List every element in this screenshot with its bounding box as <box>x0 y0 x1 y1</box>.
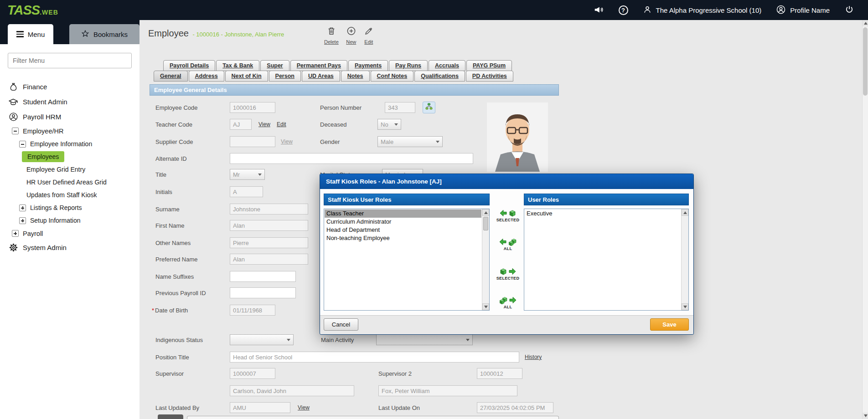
tab-accruals[interactable]: Accruals <box>429 60 465 71</box>
tab-tax-bank[interactable]: Tax & Bank <box>216 60 259 71</box>
preferred-name-input[interactable] <box>230 254 308 265</box>
save-button[interactable]: Save <box>650 318 689 331</box>
gender-select[interactable]: Male <box>377 136 443 147</box>
tab-pay-runs[interactable]: Pay Runs <box>389 60 428 71</box>
last-updated-by-input[interactable] <box>230 402 290 413</box>
tab-payments[interactable]: Payments <box>348 60 388 71</box>
first-name-input[interactable] <box>230 220 308 231</box>
list-item[interactable]: Head of Department <box>325 226 481 234</box>
tab-ud-areas[interactable]: UD Areas <box>302 71 340 82</box>
cancel-button[interactable]: Cancel <box>324 318 358 331</box>
expand-icon[interactable] <box>12 230 19 237</box>
list-item[interactable]: Curriculum Administrator <box>325 218 481 226</box>
scroll-up-button[interactable] <box>863 20 868 26</box>
move-all-right-button[interactable]: ALL <box>494 296 522 309</box>
alternate-id-input[interactable] <box>230 153 473 164</box>
new-button[interactable]: New <box>346 26 356 45</box>
expand-icon[interactable] <box>19 204 26 211</box>
filter-menu-input[interactable] <box>8 53 132 68</box>
indigenous-status-select[interactable] <box>230 334 294 345</box>
profile-menu[interactable]: Profile Name <box>776 5 830 16</box>
main-activity-select[interactable] <box>376 334 473 345</box>
scrollbar-thumb[interactable] <box>863 27 868 96</box>
tab-payg-psum[interactable]: PAYG PSum <box>466 60 512 71</box>
teacher-code-input[interactable] <box>230 119 252 130</box>
previous-payroll-id-input[interactable] <box>230 287 296 298</box>
last-update-on-input[interactable] <box>477 402 553 413</box>
tab-payroll-details[interactable]: Payroll Details <box>163 60 215 71</box>
move-selected-left-button[interactable]: SELECTED <box>494 209 522 222</box>
announcements-button[interactable] <box>593 5 604 16</box>
scroll-up-button[interactable] <box>482 209 489 216</box>
list-item[interactable]: Non-teaching Employee <box>325 234 481 242</box>
school-selector[interactable]: The Alpha Progressive School (10) <box>643 5 762 15</box>
scroll-down-button[interactable] <box>863 413 868 419</box>
supervisor2-input[interactable] <box>477 368 522 379</box>
sidebar-item-listings-reports[interactable]: Listings & Reports <box>0 201 140 214</box>
tab-menu[interactable]: Menu <box>8 24 53 44</box>
list-item[interactable]: Class Teacher <box>325 210 481 218</box>
tab-address[interactable]: Address <box>189 71 224 82</box>
help-button[interactable]: ? <box>619 5 628 15</box>
partial-bottom-tab[interactable] <box>158 414 183 419</box>
date-of-birth-input[interactable] <box>230 305 275 316</box>
move-all-left-button[interactable]: ALL <box>494 238 522 251</box>
logout-button[interactable] <box>844 5 854 16</box>
tab-notes[interactable]: Notes <box>341 71 370 82</box>
staff-kiosk-roles-list[interactable]: Class Teacher Curriculum Administrator H… <box>324 209 490 311</box>
sidebar-item-hr-user-defined-areas-grid[interactable]: HR User Defined Areas Grid <box>0 176 140 189</box>
tab-permanent-pays[interactable]: Permanent Pays <box>290 60 347 71</box>
scroll-up-button[interactable] <box>682 209 688 216</box>
expand-icon[interactable] <box>19 217 26 224</box>
sidebar-item-employees[interactable]: Employees <box>0 150 140 163</box>
sidebar-item-employee-hr[interactable]: Employee/HR <box>0 124 140 138</box>
scrollbar-thumb[interactable] <box>483 217 488 230</box>
initials-input[interactable] <box>230 186 263 197</box>
tab-super[interactable]: Super <box>260 60 289 71</box>
move-selected-right-button[interactable]: SELECTED <box>494 267 522 281</box>
supplier-code-input[interactable] <box>230 136 275 147</box>
teacher-code-view-link[interactable]: View <box>258 121 270 128</box>
left-list-scrollbar[interactable] <box>482 209 489 310</box>
edit-button[interactable]: Edit <box>364 26 374 45</box>
person-lookup-button[interactable] <box>423 102 435 113</box>
scroll-down-button[interactable] <box>482 303 489 310</box>
last-updated-by-view-link[interactable]: View <box>298 404 310 411</box>
sidebar-item-updates-from-staff-kiosk[interactable]: Updates from Staff Kiosk <box>0 189 140 201</box>
sidebar-item-finance[interactable]: Finance <box>0 79 140 94</box>
teacher-code-edit-link[interactable]: Edit <box>277 121 286 128</box>
sidebar-item-employee-information[interactable]: Employee Information <box>0 138 140 150</box>
employee-code-input[interactable] <box>230 102 275 113</box>
sidebar-item-student-admin[interactable]: Student Admin <box>0 94 140 109</box>
sidebar-item-setup-information[interactable]: Setup Information <box>0 214 140 227</box>
position-title-input[interactable] <box>230 352 519 363</box>
person-number-input[interactable] <box>385 102 415 113</box>
collapse-icon[interactable] <box>19 141 26 148</box>
delete-button[interactable]: Delete <box>324 26 339 45</box>
position-title-history-link[interactable]: History <box>525 354 542 360</box>
tab-next-of-kin[interactable]: Next of Kin <box>225 71 268 82</box>
supervisor2-name-input[interactable] <box>378 385 517 396</box>
supervisor-name-input[interactable] <box>230 385 354 396</box>
other-names-input[interactable] <box>230 237 308 248</box>
sidebar-item-payroll-hrm[interactable]: Payroll HRM <box>0 109 140 124</box>
main-scrollbar[interactable] <box>862 20 868 419</box>
list-item[interactable]: Executive <box>525 210 681 218</box>
name-suffixes-input[interactable] <box>230 271 296 282</box>
supplier-code-view-link[interactable]: View <box>281 138 293 145</box>
tab-qualifications[interactable]: Qualifications <box>414 71 465 82</box>
supervisor-input[interactable] <box>230 368 275 379</box>
tab-person[interactable]: Person <box>269 71 301 82</box>
tab-conf-notes[interactable]: Conf Notes <box>371 71 414 82</box>
sidebar-item-employee-grid-entry[interactable]: Employee Grid Entry <box>0 163 140 176</box>
tab-general[interactable]: General <box>154 71 188 82</box>
user-roles-list[interactable]: Executive <box>524 209 689 311</box>
dialog-title-bar[interactable]: Staff Kiosk Roles - Alan Johnstone [AJ] <box>320 174 693 189</box>
surname-input[interactable] <box>230 204 308 215</box>
tab-bookmarks[interactable]: Bookmarks <box>69 24 140 44</box>
right-list-scrollbar[interactable] <box>681 209 688 310</box>
title-select[interactable]: Mr <box>230 169 265 180</box>
collapse-icon[interactable] <box>12 128 19 134</box>
scroll-down-button[interactable] <box>682 303 688 310</box>
tass-logo[interactable]: TASS.WEB <box>7 3 58 18</box>
